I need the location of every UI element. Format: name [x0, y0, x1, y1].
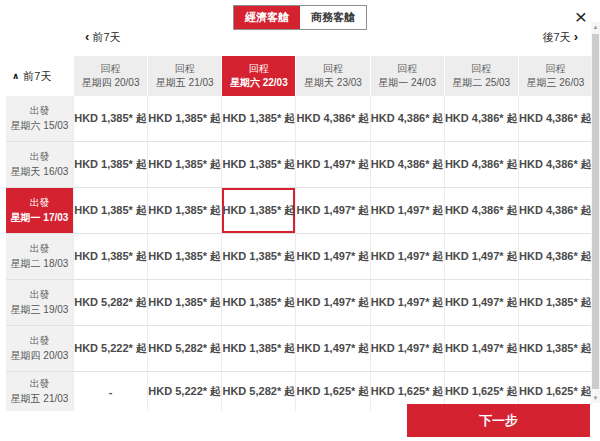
- table-row-selected: 出發星期一 17/03 HKD 1,385* 起 HKD 1,385* 起 HK…: [6, 188, 592, 234]
- fare-cell[interactable]: HKD 1,497* 起: [370, 188, 444, 234]
- fare-cell[interactable]: HKD 4,386* 起: [295, 96, 369, 142]
- fare-cell[interactable]: HKD 1,497* 起: [370, 234, 444, 280]
- departure-date-header-selected: 出發星期一 17/03: [6, 188, 73, 234]
- fare-cell[interactable]: HKD 1,625* 起: [295, 372, 369, 411]
- fare-cell[interactable]: HKD 1,385* 起: [73, 142, 147, 188]
- fare-cell[interactable]: HKD 1,497* 起: [295, 280, 369, 326]
- fare-cell[interactable]: HKD 1,385* 起: [221, 142, 295, 188]
- fare-cell[interactable]: HKD 1,497* 起: [444, 280, 518, 326]
- return-date-header-selected: 回程星期六 22/03: [221, 56, 295, 96]
- fare-cell[interactable]: HKD 5,282* 起: [221, 372, 295, 411]
- next-7-days-button[interactable]: 後7天 ›: [542, 29, 578, 45]
- fare-cell[interactable]: HKD 4,386* 起: [518, 142, 592, 188]
- close-icon[interactable]: ×: [575, 6, 587, 27]
- collapse-prev-7-days-button[interactable]: ∧ 前7天: [6, 56, 73, 96]
- fare-cell[interactable]: HKD 1,385* 起: [518, 326, 592, 372]
- fare-cell[interactable]: HKD 1,385* 起: [147, 96, 221, 142]
- fare-cell[interactable]: HKD 1,497* 起: [444, 234, 518, 280]
- fare-cell[interactable]: HKD 1,385* 起: [221, 326, 295, 372]
- fare-cell[interactable]: HKD 4,386* 起: [444, 188, 518, 234]
- table-row: 出發星期六 15/03 HKD 1,385* 起 HKD 1,385* 起 HK…: [6, 96, 592, 142]
- fare-cell[interactable]: HKD 5,282* 起: [147, 326, 221, 372]
- return-date-header: 回程星期天 23/03: [295, 56, 369, 96]
- fare-cell[interactable]: HKD 1,385* 起: [147, 188, 221, 234]
- departure-date-header: 出發星期天 16/03: [6, 142, 73, 188]
- fare-cell[interactable]: HKD 4,386* 起: [370, 96, 444, 142]
- fare-cell[interactable]: HKD 1,497* 起: [295, 142, 369, 188]
- fare-cell[interactable]: HKD 4,386* 起: [370, 142, 444, 188]
- chevron-left-icon: ‹: [85, 29, 89, 44]
- fare-cell[interactable]: HKD 5,222* 起: [147, 372, 221, 411]
- next-step-button[interactable]: 下一步: [407, 404, 590, 437]
- departure-date-header: 出發星期五 21/03: [6, 372, 73, 411]
- table-row: 出發星期二 18/03 HKD 1,385* 起 HKD 1,385* 起 HK…: [6, 234, 592, 280]
- fare-cell[interactable]: HKD 4,386* 起: [518, 96, 592, 142]
- departure-date-header: 出發星期二 18/03: [6, 234, 73, 280]
- table-row: 出發星期三 19/03 HKD 5,282* 起 HKD 1,385* 起 HK…: [6, 280, 592, 326]
- tab-economy-class[interactable]: 經濟客艙: [234, 6, 300, 29]
- fare-cell[interactable]: HKD 1,385* 起: [147, 234, 221, 280]
- fare-cell[interactable]: HKD 1,385* 起: [147, 142, 221, 188]
- fare-cell[interactable]: HKD 1,385* 起: [518, 280, 592, 326]
- fare-cell[interactable]: HKD 1,497* 起: [295, 326, 369, 372]
- return-date-header: 回程星期五 21/03: [147, 56, 221, 96]
- selected-fare-cell[interactable]: HKD 1,385* 起: [221, 188, 295, 234]
- fare-cell[interactable]: HKD 1,497* 起: [444, 326, 518, 372]
- fare-cell[interactable]: HKD 4,386* 起: [518, 188, 592, 234]
- tab-business-class[interactable]: 商務客艙: [300, 6, 366, 29]
- return-date-header: 回程星期二 25/03: [444, 56, 518, 96]
- scroll-up-icon[interactable]: ▲: [591, 22, 600, 32]
- fare-cell[interactable]: HKD 4,386* 起: [444, 96, 518, 142]
- return-date-header: 回程星期三 26/03: [518, 56, 592, 96]
- fare-cell[interactable]: HKD 1,385* 起: [73, 234, 147, 280]
- table-row: 出發星期天 16/03 HKD 1,385* 起 HKD 1,385* 起 HK…: [6, 142, 592, 188]
- chevron-right-icon: ›: [574, 29, 578, 44]
- prev-7-days-button[interactable]: ‹ 前7天: [85, 29, 121, 45]
- next-7-days-label: 後7天: [542, 31, 570, 43]
- fare-cell[interactable]: HKD 1,385* 起: [221, 234, 295, 280]
- fare-calendar-table: ∧ 前7天 回程星期四 20/03 回程星期五 21/03 回程星期六 22/0…: [6, 56, 592, 411]
- table-row: 出發星期四 20/03 HKD 5,222* 起 HKD 5,282* 起 HK…: [6, 326, 592, 372]
- corner-label: 前7天: [23, 69, 51, 84]
- fare-cell[interactable]: HKD 1,385* 起: [73, 96, 147, 142]
- fare-cell[interactable]: HKD 1,497* 起: [295, 234, 369, 280]
- fare-cell[interactable]: HKD 4,386* 起: [444, 142, 518, 188]
- departure-date-header: 出發星期三 19/03: [6, 280, 73, 326]
- fare-cell[interactable]: HKD 4,386* 起: [518, 234, 592, 280]
- fare-cell[interactable]: HKD 1,385* 起: [221, 96, 295, 142]
- chevron-up-icon: ∧: [12, 71, 19, 81]
- return-date-header: 回程星期四 20/03: [73, 56, 147, 96]
- vertical-scrollbar[interactable]: ▲ ▼: [591, 22, 600, 403]
- return-date-header: 回程星期一 24/03: [370, 56, 444, 96]
- scroll-down-icon[interactable]: ▼: [591, 393, 600, 403]
- prev-7-days-label: 前7天: [92, 31, 120, 43]
- fare-cell[interactable]: HKD 1,385* 起: [221, 280, 295, 326]
- fare-cell[interactable]: HKD 5,222* 起: [73, 326, 147, 372]
- fare-cell[interactable]: HKD 1,385* 起: [147, 280, 221, 326]
- fare-cell[interactable]: HKD 1,385* 起: [73, 188, 147, 234]
- fare-cell[interactable]: HKD 1,497* 起: [295, 188, 369, 234]
- fare-cell[interactable]: HKD 1,497* 起: [370, 280, 444, 326]
- departure-date-header: 出發星期六 15/03: [6, 96, 73, 142]
- cabin-class-tabs: 經濟客艙 商務客艙: [233, 5, 367, 30]
- fare-cell[interactable]: HKD 1,497* 起: [370, 326, 444, 372]
- fare-cell[interactable]: -: [73, 372, 147, 411]
- scrollbar-thumb[interactable]: [592, 34, 599, 389]
- fare-cell[interactable]: HKD 5,282* 起: [73, 280, 147, 326]
- departure-date-header: 出發星期四 20/03: [6, 326, 73, 372]
